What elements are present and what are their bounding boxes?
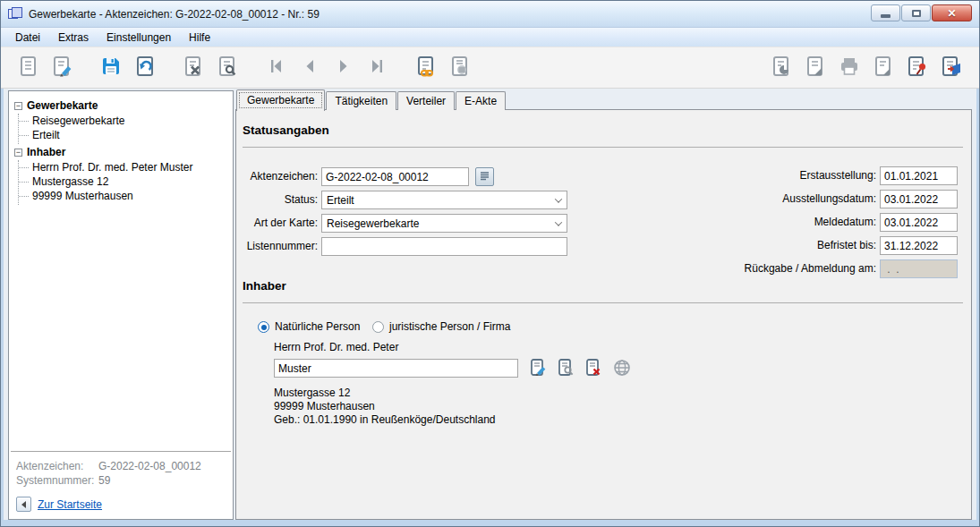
tree-item-karte-status[interactable]: Erteilt — [19, 128, 229, 142]
delete-document-button[interactable] — [176, 51, 210, 85]
next-record-button[interactable] — [327, 51, 361, 85]
tab-verteiler[interactable]: Verteiler — [397, 91, 455, 110]
back-button[interactable] — [16, 497, 31, 512]
maximize-icon — [912, 10, 921, 17]
edit-document-icon — [51, 55, 74, 81]
meldedatum-input[interactable] — [880, 213, 958, 232]
first-record-button[interactable] — [259, 51, 293, 85]
art-der-karte-select[interactable]: Reisegewerbekarte — [321, 214, 567, 233]
tree-item-inhaber-ort[interactable]: 99999 Musterhausen — [19, 189, 229, 203]
befristet-bis-input[interactable] — [880, 236, 958, 255]
save-button[interactable] — [94, 51, 128, 85]
collapse-icon[interactable]: − — [14, 149, 22, 157]
maximize-button[interactable] — [901, 4, 931, 21]
close-icon: ✕ — [947, 7, 956, 20]
radio-juristische-person-label[interactable]: juristische Person / Firma — [389, 320, 510, 334]
globe-button[interactable] — [611, 358, 633, 379]
listennummer-input[interactable] — [321, 237, 567, 256]
window-title: Gewerbekarte - Aktenzeichen: G-2022-02-0… — [29, 8, 320, 21]
edit-person-icon — [529, 358, 549, 380]
pin-document-button[interactable] — [900, 51, 934, 85]
tree-node-inhaber[interactable]: Inhaber — [27, 146, 65, 158]
collapse-icon[interactable]: − — [14, 102, 22, 110]
print-button[interactable] — [832, 51, 866, 85]
ausstellungsdatum-input[interactable] — [880, 190, 958, 208]
minimize-button[interactable] — [871, 4, 900, 21]
new-document-button[interactable] — [12, 51, 46, 85]
erstausstellung-input[interactable] — [880, 166, 958, 185]
previous-record-icon — [300, 56, 320, 79]
link-document-icon — [414, 55, 438, 81]
exit-document-button[interactable] — [934, 51, 968, 85]
remove-person-button[interactable] — [584, 358, 605, 379]
note-document-icon — [804, 55, 827, 81]
remove-person-icon — [584, 358, 604, 380]
previous-record-button[interactable] — [293, 51, 327, 85]
revert-button[interactable] — [128, 51, 162, 85]
link-document-button[interactable] — [409, 51, 443, 85]
tab-taetigkeiten[interactable]: Tätigkeiten — [326, 91, 396, 110]
toolbar — [1, 47, 979, 89]
close-button[interactable]: ✕ — [932, 4, 972, 21]
section-divider — [243, 302, 963, 303]
find-document-button[interactable] — [210, 51, 244, 85]
search-person-icon — [557, 358, 576, 380]
delete-document-icon — [182, 55, 205, 81]
aktenzeichen-input[interactable] — [321, 167, 469, 186]
edit-person-button[interactable] — [528, 358, 550, 379]
menu-einstellungen[interactable]: Einstellungen — [98, 30, 180, 46]
menu-extras[interactable]: Extras — [49, 30, 98, 46]
fees-document-icon — [770, 55, 793, 81]
menu-hilfe[interactable]: Hilfe — [180, 30, 219, 46]
inhaber-birth-line: Geb.: 01.01.1990 in Reußenköge/Deutschla… — [274, 413, 496, 427]
edit-document-button[interactable] — [46, 51, 80, 85]
tree-node-gewerbekarte[interactable]: Gewerbekarte — [27, 99, 98, 112]
globe-icon — [612, 358, 632, 380]
memo-document-icon — [872, 55, 895, 81]
status-label: Status: — [236, 191, 318, 209]
menu-datei[interactable]: Datei — [6, 30, 49, 46]
note-document-button[interactable] — [798, 51, 832, 85]
workspace: − Gewerbekarte Reisegewerbekarte Erteilt… — [4, 89, 976, 520]
status-select[interactable]: Erteilt — [321, 191, 567, 209]
section-divider — [243, 147, 963, 148]
last-record-button[interactable] — [361, 51, 395, 85]
footer-aktenzeichen-value: G-2022-02-08_00012 — [98, 459, 201, 473]
app-window: Gewerbekarte - Aktenzeichen: G-2022-02-0… — [0, 0, 980, 527]
print-icon — [838, 55, 861, 81]
radio-juristische-person[interactable] — [372, 321, 384, 333]
section-title-statusangaben: Statusangaben — [243, 123, 329, 137]
tree-item-inhaber-name[interactable]: Herrn Prof. Dr. med. Peter Muster — [19, 160, 229, 174]
seal-document-button[interactable] — [443, 51, 477, 85]
menubar: Datei Extras Einstellungen Hilfe — [1, 28, 979, 47]
inhaber-name-line: Herrn Prof. Dr. med. Peter — [274, 341, 398, 354]
tab-gewerbekarte[interactable]: Gewerbekarte — [236, 89, 325, 111]
tree-item-inhaber-strasse[interactable]: Mustergasse 12 — [19, 174, 229, 189]
tree-item-karte-art[interactable]: Reisegewerbekarte — [19, 114, 229, 128]
rueckgabe-label: Rückgabe / Abmeldung am: — [612, 259, 876, 278]
tab-e-akte[interactable]: E-Akte — [456, 91, 506, 110]
minimize-icon — [881, 14, 891, 18]
record-tree: − Gewerbekarte Reisegewerbekarte Erteilt… — [9, 91, 233, 451]
search-person-button[interactable] — [556, 358, 577, 379]
pin-document-icon — [906, 55, 929, 81]
aktenzeichen-notes-button[interactable] — [475, 167, 494, 186]
radio-natuerliche-person-label[interactable]: Natürliche Person — [275, 320, 360, 334]
main-area: Gewerbekarte Tätigkeiten Verteiler E-Akt… — [235, 90, 972, 520]
revert-icon — [133, 55, 157, 81]
status-value: Erteilt — [327, 194, 354, 207]
inhaber-address-street: Mustergasse 12 — [274, 387, 350, 400]
startseite-link[interactable]: Zur Startseite — [38, 498, 102, 511]
back-arrow-icon — [18, 501, 26, 508]
aktenzeichen-label: Aktenzeichen: — [236, 167, 318, 186]
radio-natuerliche-person[interactable] — [258, 321, 269, 333]
last-record-icon — [368, 56, 388, 79]
fees-document-button[interactable] — [764, 51, 798, 85]
nachname-input[interactable] — [274, 359, 518, 378]
memo-document-button[interactable] — [866, 51, 900, 85]
befristet-bis-label: Befristet bis: — [612, 236, 876, 255]
art-der-karte-label: Art der Karte: — [236, 214, 318, 233]
save-icon — [99, 55, 123, 81]
footer-systemnummer-value: 59 — [98, 473, 110, 488]
art-der-karte-value: Reisegewerbekarte — [327, 217, 419, 230]
